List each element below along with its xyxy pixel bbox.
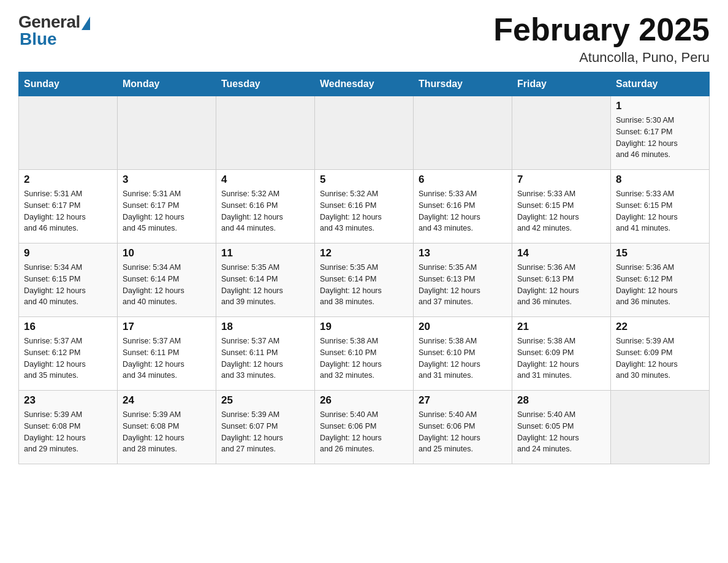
day-number: 14 — [517, 247, 605, 259]
calendar-cell: 11Sunrise: 5:35 AM Sunset: 6:14 PM Dayli… — [216, 243, 315, 317]
day-number: 28 — [517, 394, 605, 407]
column-header-sunday: Sunday — [19, 72, 118, 96]
day-number: 22 — [616, 321, 704, 333]
column-header-wednesday: Wednesday — [315, 72, 414, 96]
calendar-cell: 7Sunrise: 5:33 AM Sunset: 6:15 PM Daylig… — [512, 170, 611, 243]
day-number: 5 — [320, 174, 408, 186]
calendar-cell — [19, 96, 118, 170]
calendar-cell: 15Sunrise: 5:36 AM Sunset: 6:12 PM Dayli… — [611, 243, 710, 317]
day-info: Sunrise: 5:34 AM Sunset: 6:14 PM Dayligh… — [123, 262, 211, 308]
day-info: Sunrise: 5:31 AM Sunset: 6:17 PM Dayligh… — [24, 188, 112, 234]
calendar-cell: 17Sunrise: 5:37 AM Sunset: 6:11 PM Dayli… — [118, 317, 216, 391]
column-header-saturday: Saturday — [611, 72, 710, 96]
day-number: 17 — [123, 321, 211, 333]
calendar-cell: 5Sunrise: 5:32 AM Sunset: 6:16 PM Daylig… — [315, 170, 414, 243]
day-number: 12 — [320, 247, 408, 259]
day-number: 9 — [24, 247, 112, 259]
day-info: Sunrise: 5:33 AM Sunset: 6:16 PM Dayligh… — [419, 188, 507, 234]
day-number: 1 — [616, 100, 704, 112]
calendar-cell: 2Sunrise: 5:31 AM Sunset: 6:17 PM Daylig… — [19, 170, 118, 243]
location-text: Atuncolla, Puno, Peru — [493, 50, 710, 66]
day-info: Sunrise: 5:39 AM Sunset: 6:09 PM Dayligh… — [616, 335, 704, 381]
calendar-cell: 28Sunrise: 5:40 AM Sunset: 6:05 PM Dayli… — [512, 391, 611, 464]
day-number: 7 — [517, 174, 605, 186]
week-row-1: 1Sunrise: 5:30 AM Sunset: 6:17 PM Daylig… — [19, 96, 710, 170]
calendar-cell: 24Sunrise: 5:39 AM Sunset: 6:08 PM Dayli… — [118, 391, 216, 464]
calendar-cell: 9Sunrise: 5:34 AM Sunset: 6:15 PM Daylig… — [19, 243, 118, 317]
day-number: 26 — [320, 394, 408, 407]
day-info: Sunrise: 5:35 AM Sunset: 6:13 PM Dayligh… — [419, 262, 507, 308]
day-number: 6 — [419, 174, 507, 186]
day-number: 11 — [221, 247, 309, 259]
calendar-cell — [315, 96, 414, 170]
day-info: Sunrise: 5:40 AM Sunset: 6:06 PM Dayligh… — [419, 409, 507, 455]
day-number: 23 — [24, 394, 112, 407]
calendar-cell: 16Sunrise: 5:37 AM Sunset: 6:12 PM Dayli… — [19, 317, 118, 391]
calendar-cell — [414, 96, 512, 170]
calendar-cell — [118, 96, 216, 170]
calendar-cell: 1Sunrise: 5:30 AM Sunset: 6:17 PM Daylig… — [611, 96, 710, 170]
calendar-cell — [216, 96, 315, 170]
week-row-2: 2Sunrise: 5:31 AM Sunset: 6:17 PM Daylig… — [19, 170, 710, 243]
day-info: Sunrise: 5:37 AM Sunset: 6:11 PM Dayligh… — [221, 335, 309, 381]
day-number: 4 — [221, 174, 309, 186]
day-info: Sunrise: 5:39 AM Sunset: 6:07 PM Dayligh… — [221, 409, 309, 455]
day-info: Sunrise: 5:35 AM Sunset: 6:14 PM Dayligh… — [320, 262, 408, 308]
day-number: 2 — [24, 174, 112, 186]
day-number: 24 — [123, 394, 211, 407]
column-header-thursday: Thursday — [414, 72, 512, 96]
day-info: Sunrise: 5:32 AM Sunset: 6:16 PM Dayligh… — [221, 188, 309, 234]
day-number: 13 — [419, 247, 507, 259]
day-number: 16 — [24, 321, 112, 333]
day-info: Sunrise: 5:32 AM Sunset: 6:16 PM Dayligh… — [320, 188, 408, 234]
day-info: Sunrise: 5:33 AM Sunset: 6:15 PM Dayligh… — [517, 188, 605, 234]
day-number: 20 — [419, 321, 507, 333]
week-row-4: 16Sunrise: 5:37 AM Sunset: 6:12 PM Dayli… — [19, 317, 710, 391]
day-number: 27 — [419, 394, 507, 407]
column-header-monday: Monday — [118, 72, 216, 96]
calendar-cell: 13Sunrise: 5:35 AM Sunset: 6:13 PM Dayli… — [414, 243, 512, 317]
logo-blue-text: Blue — [20, 29, 57, 49]
day-number: 3 — [123, 174, 211, 186]
logo-triangle-icon — [82, 17, 90, 30]
calendar-cell: 10Sunrise: 5:34 AM Sunset: 6:14 PM Dayli… — [118, 243, 216, 317]
day-number: 10 — [123, 247, 211, 259]
week-row-3: 9Sunrise: 5:34 AM Sunset: 6:15 PM Daylig… — [19, 243, 710, 317]
day-number: 18 — [221, 321, 309, 333]
day-info: Sunrise: 5:36 AM Sunset: 6:12 PM Dayligh… — [616, 262, 704, 308]
calendar-cell: 3Sunrise: 5:31 AM Sunset: 6:17 PM Daylig… — [118, 170, 216, 243]
day-number: 19 — [320, 321, 408, 333]
column-header-friday: Friday — [512, 72, 611, 96]
calendar-cell: 8Sunrise: 5:33 AM Sunset: 6:15 PM Daylig… — [611, 170, 710, 243]
day-number: 8 — [616, 174, 704, 186]
day-info: Sunrise: 5:37 AM Sunset: 6:12 PM Dayligh… — [24, 335, 112, 381]
calendar-table: SundayMondayTuesdayWednesdayThursdayFrid… — [18, 72, 710, 464]
calendar-cell: 18Sunrise: 5:37 AM Sunset: 6:11 PM Dayli… — [216, 317, 315, 391]
day-info: Sunrise: 5:31 AM Sunset: 6:17 PM Dayligh… — [123, 188, 211, 234]
logo: General Blue — [18, 12, 90, 49]
calendar-cell — [611, 391, 710, 464]
day-info: Sunrise: 5:37 AM Sunset: 6:11 PM Dayligh… — [123, 335, 211, 381]
day-info: Sunrise: 5:30 AM Sunset: 6:17 PM Dayligh… — [616, 115, 704, 161]
calendar-cell: 26Sunrise: 5:40 AM Sunset: 6:06 PM Dayli… — [315, 391, 414, 464]
day-number: 15 — [616, 247, 704, 259]
month-title: February 2025 — [493, 12, 710, 47]
day-info: Sunrise: 5:40 AM Sunset: 6:05 PM Dayligh… — [517, 409, 605, 455]
calendar-cell: 14Sunrise: 5:36 AM Sunset: 6:13 PM Dayli… — [512, 243, 611, 317]
day-info: Sunrise: 5:34 AM Sunset: 6:15 PM Dayligh… — [24, 262, 112, 308]
column-header-tuesday: Tuesday — [216, 72, 315, 96]
calendar-header-row: SundayMondayTuesdayWednesdayThursdayFrid… — [19, 72, 710, 96]
calendar-cell: 6Sunrise: 5:33 AM Sunset: 6:16 PM Daylig… — [414, 170, 512, 243]
day-info: Sunrise: 5:39 AM Sunset: 6:08 PM Dayligh… — [123, 409, 211, 455]
week-row-5: 23Sunrise: 5:39 AM Sunset: 6:08 PM Dayli… — [19, 391, 710, 464]
day-info: Sunrise: 5:39 AM Sunset: 6:08 PM Dayligh… — [24, 409, 112, 455]
day-info: Sunrise: 5:38 AM Sunset: 6:09 PM Dayligh… — [517, 335, 605, 381]
calendar-cell: 25Sunrise: 5:39 AM Sunset: 6:07 PM Dayli… — [216, 391, 315, 464]
day-number: 25 — [221, 394, 309, 407]
day-info: Sunrise: 5:38 AM Sunset: 6:10 PM Dayligh… — [419, 335, 507, 381]
calendar-cell: 23Sunrise: 5:39 AM Sunset: 6:08 PM Dayli… — [19, 391, 118, 464]
calendar-cell: 19Sunrise: 5:38 AM Sunset: 6:10 PM Dayli… — [315, 317, 414, 391]
day-info: Sunrise: 5:33 AM Sunset: 6:15 PM Dayligh… — [616, 188, 704, 234]
calendar-cell: 22Sunrise: 5:39 AM Sunset: 6:09 PM Dayli… — [611, 317, 710, 391]
calendar-cell: 21Sunrise: 5:38 AM Sunset: 6:09 PM Dayli… — [512, 317, 611, 391]
